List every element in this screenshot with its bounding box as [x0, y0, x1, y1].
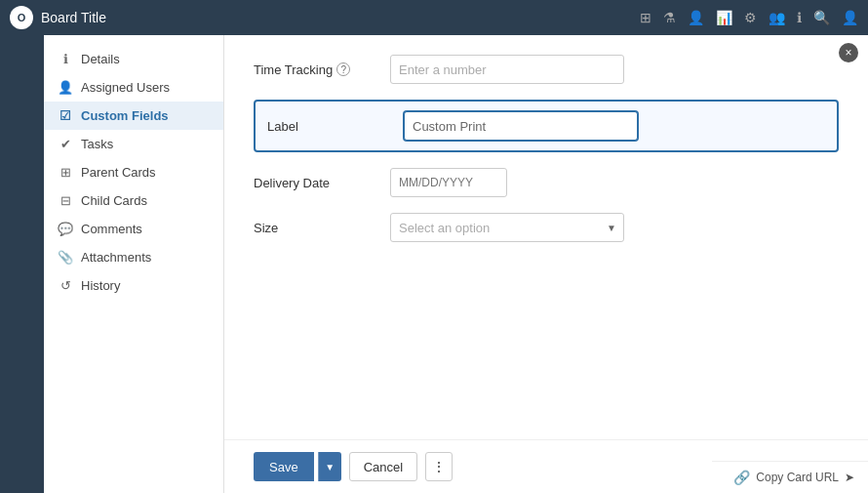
tasks-icon: ✔	[58, 137, 73, 151]
size-select[interactable]: Select an option	[390, 213, 624, 242]
label-row-wrapper: Label	[254, 100, 839, 152]
more-options-button[interactable]: ⋮	[425, 452, 453, 481]
search-icon[interactable]: 🔍	[813, 10, 830, 25]
card-modal: × ℹ Details 👤 Assigned Users ☑ Custom Fi…	[44, 35, 868, 493]
nav-item-child-cards[interactable]: ⊟ Child Cards	[44, 186, 223, 215]
nav-label-history: History	[81, 278, 120, 293]
size-label: Size	[254, 221, 390, 235]
nav-label-child-cards: Child Cards	[81, 193, 147, 208]
nav-label-details: Details	[81, 52, 120, 66]
copy-url-label: Copy Card URL	[756, 471, 839, 484]
nav-label-attachments: Attachments	[81, 250, 151, 265]
comments-icon: 💬	[58, 222, 73, 236]
app-logo: O	[10, 6, 33, 29]
user-icon[interactable]: 👤	[688, 10, 704, 25]
details-icon: ℹ	[58, 52, 73, 66]
nav-label-custom-fields: Custom Fields	[81, 108, 169, 123]
nav-label-assigned-users: Assigned Users	[81, 80, 170, 95]
history-icon: ↺	[58, 278, 73, 293]
app-sidebar	[0, 35, 44, 493]
copy-url-arrow-icon: ➤	[845, 471, 854, 484]
cancel-button[interactable]: Cancel	[349, 452, 417, 481]
settings-icon[interactable]: ⚙	[744, 10, 757, 25]
nav-item-tasks[interactable]: ✔ Tasks	[44, 130, 223, 158]
topbar-icons: ⊞ ⚗ 👤 📊 ⚙ 👥 ℹ 🔍 👤	[640, 10, 858, 25]
modal-nav: ℹ Details 👤 Assigned Users ☑ Custom Fiel…	[44, 35, 224, 493]
nav-item-assigned-users[interactable]: 👤 Assigned Users	[44, 73, 223, 102]
close-button[interactable]: ×	[839, 43, 858, 62]
nav-item-history[interactable]: ↺ History	[44, 271, 223, 300]
nav-label-tasks: Tasks	[81, 137, 113, 151]
view-icon[interactable]: ⊞	[640, 10, 651, 25]
child-cards-icon: ⊟	[58, 193, 73, 208]
save-button[interactable]: Save	[254, 452, 314, 481]
size-select-wrapper: Select an option ▼	[390, 213, 624, 242]
add-user-icon[interactable]: 👥	[769, 10, 785, 25]
nav-item-custom-fields[interactable]: ☑ Custom Fields	[44, 102, 223, 130]
delivery-date-row: Delivery Date	[254, 168, 839, 197]
time-tracking-help-icon[interactable]: ?	[336, 62, 350, 76]
label-input[interactable]	[404, 111, 638, 141]
link-icon: 🔗	[733, 470, 750, 485]
size-row: Size Select an option ▼	[254, 213, 839, 242]
time-tracking-input[interactable]	[390, 55, 624, 84]
save-arrow-icon: ▼	[325, 462, 335, 472]
time-tracking-label: Time Tracking ?	[254, 62, 390, 77]
chart-icon[interactable]: 📊	[716, 10, 732, 25]
topbar: O Board Title ⊞ ⚗ 👤 📊 ⚙ 👥 ℹ 🔍 👤	[0, 0, 868, 35]
parent-cards-icon: ⊞	[58, 165, 73, 180]
nav-item-parent-cards[interactable]: ⊞ Parent Cards	[44, 158, 223, 186]
nav-label-parent-cards: Parent Cards	[81, 165, 156, 180]
custom-fields-icon: ☑	[58, 108, 73, 123]
nav-item-comments[interactable]: 💬 Comments	[44, 215, 223, 243]
time-tracking-row: Time Tracking ?	[254, 55, 839, 84]
filter-icon[interactable]: ⚗	[663, 10, 676, 25]
save-dropdown-button[interactable]: ▼	[318, 452, 341, 481]
nav-label-comments: Comments	[81, 222, 142, 236]
delivery-date-input[interactable]	[390, 168, 507, 197]
label-row: Label	[267, 111, 825, 141]
avatar-icon[interactable]: 👤	[842, 10, 858, 25]
nav-item-details[interactable]: ℹ Details	[44, 45, 223, 73]
nav-item-attachments[interactable]: 📎 Attachments	[44, 243, 223, 271]
modal-content: Time Tracking ? Label Delivery Date	[224, 35, 868, 493]
more-options-icon: ⋮	[432, 459, 446, 474]
copy-card-url[interactable]: 🔗 Copy Card URL ➤	[712, 461, 868, 493]
attachments-icon: 📎	[58, 250, 73, 265]
label-label: Label	[267, 119, 404, 134]
delivery-date-label: Delivery Date	[254, 176, 390, 190]
assigned-users-icon: 👤	[58, 80, 73, 95]
board-title: Board Title	[41, 10, 106, 25]
info-icon[interactable]: ℹ	[797, 10, 802, 25]
